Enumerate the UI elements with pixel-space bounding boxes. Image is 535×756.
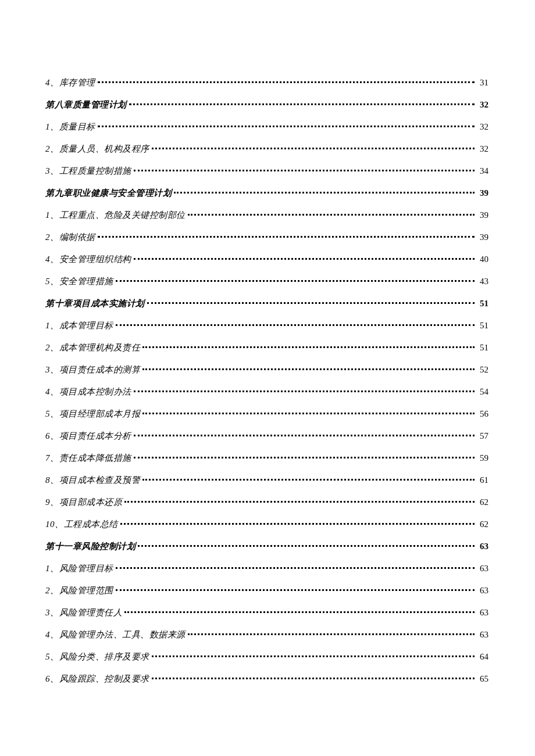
- toc-entry-row[interactable]: 2、质量人员、机构及程序32: [45, 142, 488, 156]
- toc-entry-title: 5、风险分类、排序及要求: [45, 650, 149, 664]
- toc-page-number: 52: [477, 363, 488, 377]
- toc-entry-title: 第九章职业健康与安全管理计划: [45, 186, 172, 200]
- toc-entry-row[interactable]: 2、成本管理机构及责任51: [45, 341, 488, 354]
- toc-entry-row[interactable]: 2、编制依据39: [45, 230, 488, 244]
- toc-dot-leader: [129, 99, 475, 108]
- toc-entry-title: 3、工程质量控制措施: [45, 164, 131, 178]
- toc-page-number: 51: [477, 296, 488, 310]
- toc-dot-leader: [134, 165, 475, 174]
- toc-entry-row[interactable]: 6、风险跟踪、控制及要求65: [45, 672, 488, 686]
- toc-entry-title: 1、成本管理目标: [45, 318, 113, 332]
- toc-entry-row[interactable]: 8、项目成本检查及预警61: [45, 473, 488, 487]
- toc-entry-title: 第八章质量管理计划: [45, 98, 127, 112]
- toc-entry-row[interactable]: 1、质量目标32: [45, 120, 488, 134]
- toc-entry-row[interactable]: 9、项目部成本还原62: [45, 495, 488, 509]
- toc-entry-title: 2、风险管理范围: [45, 583, 113, 597]
- toc-entry-title: 4、安全管理组织结构: [45, 252, 131, 266]
- toc-entry-row[interactable]: 5、项目经理部成本月报56: [45, 407, 488, 421]
- toc-entry-title: 8、项目成本检查及预警: [45, 473, 140, 487]
- toc-page-number: 57: [477, 429, 488, 443]
- toc-entry-row[interactable]: 1、风险管理目标63: [45, 561, 488, 575]
- toc-entry-row[interactable]: 3、风险管理责任人63: [45, 605, 488, 619]
- toc-page-number: 31: [477, 76, 488, 89]
- toc-entry-title: 1、工程重点、危险及关键控制部位: [45, 208, 186, 222]
- toc-page-number: 54: [477, 385, 488, 399]
- toc-page-number: 51: [477, 341, 488, 354]
- toc-entry-title: 4、项目成本控制办法: [45, 385, 131, 399]
- toc-dot-leader: [142, 342, 475, 350]
- toc-entry-title: 第十一章风险控制计划: [45, 539, 135, 553]
- toc-page-number: 62: [477, 495, 488, 509]
- toc-dot-leader: [98, 231, 475, 240]
- toc-entry-title: 10、工程成本总结: [45, 517, 118, 531]
- toc-page-number: 32: [477, 98, 488, 112]
- toc-entry-row[interactable]: 6、项目责任成本分析57: [45, 429, 488, 443]
- toc-page-number: 51: [477, 318, 488, 332]
- toc-dot-leader: [142, 364, 475, 372]
- toc-page-number: 43: [477, 274, 488, 288]
- toc-chapter-row[interactable]: 第十一章风险控制计划63: [45, 539, 488, 553]
- toc-dot-leader: [152, 673, 475, 682]
- toc-page-number: 32: [477, 142, 488, 156]
- toc-page-number: 64: [477, 650, 488, 664]
- toc-page-number: 40: [477, 252, 488, 266]
- toc-entry-row[interactable]: 10、工程成本总结62: [45, 517, 488, 531]
- toc-entry-row[interactable]: 5、安全管理措施43: [45, 274, 488, 288]
- toc-dot-leader: [142, 474, 475, 483]
- toc-page-number: 39: [477, 230, 488, 244]
- toc-entry-row[interactable]: 4、安全管理组织结构40: [45, 252, 488, 266]
- toc-chapter-row[interactable]: 第九章职业健康与安全管理计划39: [45, 186, 488, 200]
- toc-page-number: 63: [477, 561, 488, 575]
- toc-entry-row[interactable]: 2、风险管理范围63: [45, 583, 488, 597]
- toc-dot-leader: [138, 540, 475, 549]
- toc-page-number: 65: [477, 672, 488, 686]
- toc-dot-leader: [142, 408, 475, 417]
- toc-page-number: 63: [477, 605, 488, 619]
- toc-entry-row[interactable]: 3、工程质量控制措施34: [45, 164, 488, 178]
- toc-page-number: 63: [477, 583, 488, 597]
- toc-dot-leader: [152, 143, 475, 152]
- toc-entry-row[interactable]: 4、项目成本控制办法54: [45, 385, 488, 399]
- toc-entry-row[interactable]: 1、成本管理目标51: [45, 318, 488, 332]
- toc-entry-row[interactable]: 7、责任成本降低措施59: [45, 451, 488, 465]
- document-page: 4、库存管理31第八章质量管理计划321、质量目标322、质量人员、机构及程序3…: [0, 0, 535, 756]
- toc-entry-title: 3、项目责任成本的测算: [45, 363, 140, 377]
- toc-entry-row[interactable]: 4、库存管理31: [45, 76, 488, 89]
- toc-dot-leader: [116, 320, 475, 328]
- toc-dot-leader: [174, 187, 475, 196]
- toc-dot-leader: [147, 298, 475, 306]
- toc-dot-leader: [188, 629, 475, 637]
- toc-page-number: 56: [477, 407, 488, 421]
- toc-page-number: 39: [477, 186, 488, 200]
- toc-entry-title: 9、项目部成本还原: [45, 495, 122, 509]
- toc-entry-row[interactable]: 3、项目责任成本的测算52: [45, 363, 488, 377]
- toc-dot-leader: [134, 253, 475, 262]
- toc-entry-row[interactable]: 4、风险管理办法、工具、数据来源63: [45, 628, 488, 642]
- toc-entry-title: 5、安全管理措施: [45, 274, 113, 288]
- toc-dot-leader: [120, 518, 475, 527]
- toc-chapter-row[interactable]: 第十章项目成本实施计划51: [45, 296, 488, 310]
- toc-entry-row[interactable]: 5、风险分类、排序及要求64: [45, 650, 488, 664]
- toc-entry-title: 4、风险管理办法、工具、数据来源: [45, 628, 186, 642]
- toc-dot-leader: [188, 209, 475, 218]
- toc-entry-title: 3、风险管理责任人: [45, 605, 122, 619]
- toc-dot-leader: [116, 275, 475, 284]
- toc-dot-leader: [134, 386, 475, 395]
- toc-entry-title: 1、风险管理目标: [45, 561, 113, 575]
- toc-entry-title: 2、质量人员、机构及程序: [45, 142, 149, 156]
- toc-chapter-row[interactable]: 第八章质量管理计划32: [45, 98, 488, 112]
- toc-dot-leader: [98, 121, 475, 130]
- toc-page-number: 34: [477, 164, 488, 178]
- toc-dot-leader: [134, 452, 475, 461]
- toc-entry-title: 第十章项目成本实施计划: [45, 296, 145, 310]
- toc-dot-leader: [124, 607, 475, 615]
- toc-page-number: 63: [477, 628, 488, 642]
- table-of-contents: 4、库存管理31第八章质量管理计划321、质量目标322、质量人员、机构及程序3…: [45, 76, 488, 686]
- toc-page-number: 61: [477, 473, 488, 487]
- toc-entry-row[interactable]: 1、工程重点、危险及关键控制部位39: [45, 208, 488, 222]
- toc-dot-leader: [98, 77, 475, 85]
- toc-entry-title: 5、项目经理部成本月报: [45, 407, 140, 421]
- toc-dot-leader: [134, 430, 475, 439]
- toc-entry-title: 4、库存管理: [45, 76, 95, 89]
- toc-dot-leader: [124, 496, 475, 505]
